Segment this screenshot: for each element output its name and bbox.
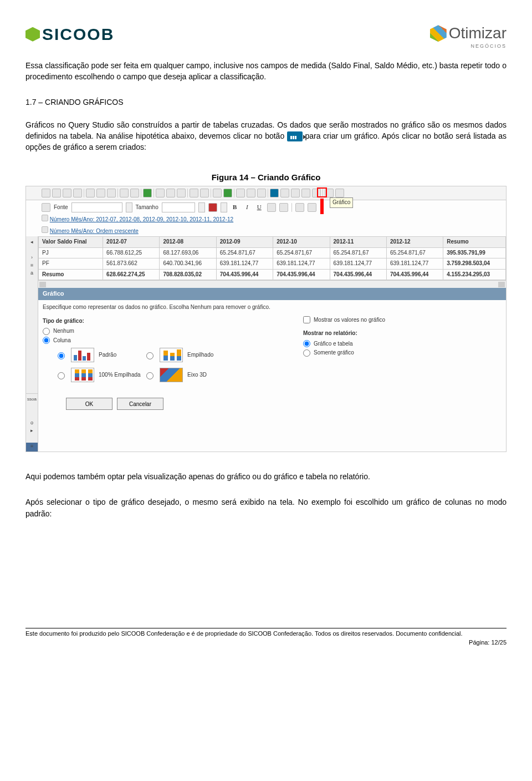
scroll-left-icon[interactable] [39, 282, 46, 287]
table-cell[interactable]: 639.181.124,77 [386, 258, 443, 270]
underline-button[interactable]: U [255, 203, 264, 212]
toolbar-icon[interactable] [308, 203, 316, 212]
chart-style-empilhado[interactable]: Empilhado [144, 348, 232, 362]
table-cell[interactable]: 66.788.612,25 [103, 247, 160, 258]
table-cell[interactable]: 65.254.871,67 [330, 247, 386, 258]
filter-link[interactable]: Número Mês/Ano: 2012-07, 2012-08, 2012-0… [50, 216, 233, 222]
table-cell[interactable]: PF [39, 258, 103, 270]
table-cell[interactable]: PJ [39, 247, 103, 258]
table-cell[interactable]: 704.435.996,44 [330, 269, 386, 280]
ok-button[interactable]: OK [66, 398, 112, 410]
table-cell[interactable]: 628.662.274,25 [103, 269, 160, 280]
table-cell[interactable]: 704.435.996,44 [216, 269, 273, 280]
chart-style-100[interactable]: 100% Empilhada [55, 368, 144, 382]
sort-icon[interactable] [190, 189, 198, 197]
col-header[interactable]: 2012-09 [216, 237, 273, 248]
font-color-icon[interactable] [208, 203, 217, 212]
radio-chart-and-table[interactable]: Gráfico e tabela [303, 340, 425, 348]
table-cell[interactable]: 65.254.871,67 [216, 247, 273, 258]
table-cell[interactable]: Resumo [39, 269, 103, 280]
toolbar-icon[interactable] [236, 189, 245, 197]
cancel-button[interactable]: Cancelar [117, 398, 163, 410]
chart-style-eixo3d[interactable]: Eixo 3D [144, 368, 232, 382]
panel-title: Gráfico [38, 288, 506, 300]
size-input[interactable] [162, 202, 195, 212]
table-cell[interactable]: 708.828.035,02 [160, 269, 216, 280]
table-cell[interactable]: 4.155.234.295,03 [443, 269, 506, 280]
table-row-summary: Resumo 628.662.274,25 708.828.035,02 704… [39, 269, 506, 280]
font-input[interactable] [71, 202, 122, 212]
radio-column[interactable]: Coluna [43, 337, 253, 345]
scroll-right-icon[interactable] [498, 282, 505, 287]
col-header[interactable]: 2012-11 [330, 237, 386, 248]
chart-thumb-100-icon [71, 368, 94, 382]
col-header[interactable]: 2012-12 [386, 237, 443, 248]
toolbar-icon[interactable] [257, 189, 266, 197]
toolbar-format: Fonte Tamanho B I U [26, 200, 506, 214]
table-cell[interactable]: 3.759.298.503,04 [443, 258, 506, 270]
chart-style-padrao[interactable]: Padrão [55, 348, 144, 362]
chart-type-label: Tipo de gráfico: [43, 317, 253, 326]
bold-button[interactable]: B [231, 203, 239, 212]
toolbar-icon[interactable] [291, 189, 300, 197]
table-cell[interactable]: 704.435.996,44 [273, 269, 330, 280]
copy-icon[interactable] [96, 189, 105, 197]
filter-small-icon [42, 215, 48, 221]
toolbar-icon[interactable] [166, 189, 175, 197]
italic-button[interactable]: I [243, 203, 252, 212]
toolbar-icon[interactable] [223, 189, 232, 197]
redo-icon[interactable] [130, 189, 139, 197]
table-cell[interactable]: 640.700.341,96 [160, 258, 216, 270]
fill-icon[interactable] [267, 203, 276, 212]
radio-none[interactable]: Nenhum [43, 327, 253, 336]
checkbox-show-values[interactable]: Mostrar os valores no gráfico [303, 316, 425, 324]
dropdown-icon[interactable] [221, 202, 227, 212]
screenshot-figure14: Gráfico Fonte Tamanho B I U Número Mês/A… [25, 186, 507, 452]
table-cell[interactable]: 639.181.124,77 [216, 258, 273, 270]
table-cell[interactable]: 395.935.791,99 [443, 247, 506, 258]
col-header[interactable]: 2012-10 [273, 237, 330, 248]
toolbar-icon[interactable] [280, 189, 289, 197]
sort-link[interactable]: Número Mês/Ano: Ordem crescente [50, 228, 139, 234]
table-cell[interactable]: 65.254.871,67 [273, 247, 330, 258]
toolbar-icon[interactable] [42, 203, 50, 212]
paragraph-after2: Após selecionar o tipo de gráfico deseja… [25, 496, 507, 519]
filter-icon[interactable] [156, 189, 165, 197]
undo-icon[interactable] [120, 189, 129, 197]
shot-body: ◂›≡a Valor Saldo Final 2012-07 2012-08 2… [26, 236, 506, 393]
toolbar-icon[interactable] [177, 189, 186, 197]
table-cell[interactable]: 639.181.124,77 [330, 258, 386, 270]
delete-icon[interactable] [107, 189, 116, 197]
toolbar-icon[interactable] [247, 189, 255, 197]
table-cell[interactable]: 68.127.693,06 [160, 247, 216, 258]
font-dropdown-icon[interactable] [126, 202, 132, 212]
font-label: Fonte [54, 204, 68, 212]
dropdown-icon[interactable] [91, 337, 100, 344]
toolbar-icon[interactable] [301, 189, 310, 197]
toolbar-icon[interactable] [279, 203, 288, 212]
calc-icon[interactable] [213, 189, 222, 197]
logo-otimizar: Otimizar NEGÓCIOS [430, 22, 507, 50]
table-cell[interactable]: 561.873.662 [103, 258, 160, 270]
run-icon[interactable] [143, 189, 152, 197]
toolbar-icon[interactable] [73, 189, 82, 197]
toolbar-icon[interactable] [335, 189, 344, 197]
radio-chart-only[interactable]: Somente gráfico [303, 349, 425, 357]
col-header[interactable]: 2012-07 [103, 237, 160, 248]
table-cell[interactable]: 639.181.124,77 [273, 258, 330, 270]
table-cell[interactable]: 704.435.996,44 [386, 269, 443, 280]
toolbar-icon[interactable] [63, 189, 71, 197]
col-header[interactable]: Resumo [443, 237, 506, 248]
col-header[interactable]: Valor Saldo Final [39, 237, 103, 248]
size-dropdown-icon[interactable] [198, 202, 205, 212]
horizontal-scrollbar[interactable] [38, 280, 506, 288]
toolbar-icon[interactable] [52, 189, 61, 197]
col-header[interactable]: 2012-08 [160, 237, 216, 248]
table-cell[interactable]: 65.254.871,67 [386, 247, 443, 258]
toolbar-icon[interactable] [295, 203, 304, 212]
chart-icon[interactable] [270, 189, 279, 197]
toolbar-primary: Gráfico [26, 186, 506, 200]
cut-icon[interactable] [86, 189, 95, 197]
toolbar-icon[interactable] [200, 189, 209, 197]
toolbar-icon[interactable] [42, 189, 50, 197]
